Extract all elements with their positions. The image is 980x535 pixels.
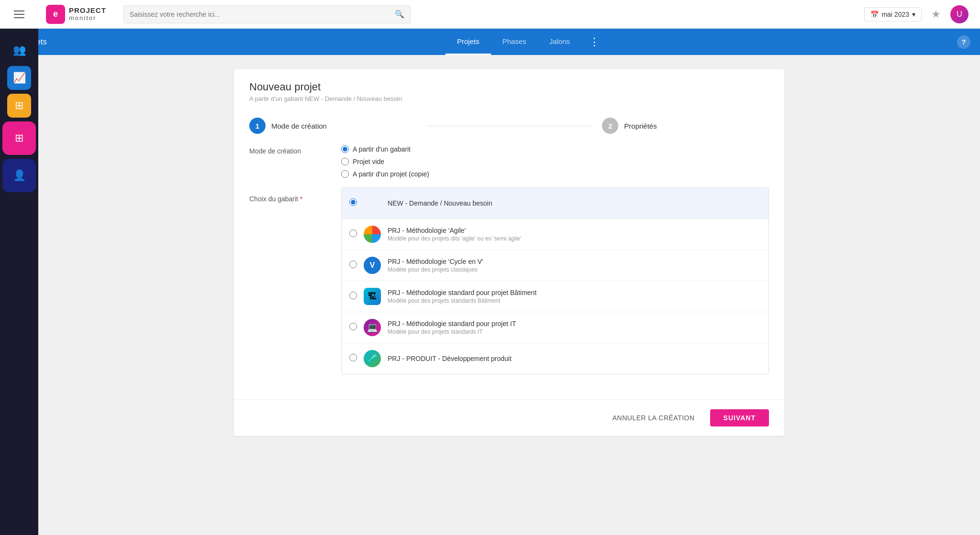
template-name-cyclev: PRJ - Méthodologie 'Cycle en V'	[388, 258, 761, 265]
page-header: ⊟ Projets Projets Phases Jalons ⋮ ?	[0, 29, 980, 55]
radio-gabarit-label: A partir d'un gabarit	[353, 145, 411, 153]
tab-jalons[interactable]: Jalons	[538, 29, 581, 55]
search-bar[interactable]: 🔍	[123, 5, 411, 23]
step-2-circle: 2	[602, 118, 618, 134]
template-name-agile: PRJ - Méthodologie 'Agile'	[388, 227, 761, 234]
date-label: mai 2023	[881, 11, 909, 18]
template-list: NEW - Demande / Nouveau besoin PRJ - Mét…	[341, 187, 769, 374]
main-content: Nouveau projet A partir d'un gabarit NEW…	[38, 55, 980, 535]
form-actions: ANNULER LA CRÉATION SUIVANT	[234, 399, 784, 436]
form-title: Nouveau projet	[249, 81, 769, 93]
template-icon-it: 💻	[364, 319, 381, 336]
tab-phases[interactable]: Phases	[491, 29, 538, 55]
help-button[interactable]: ?	[957, 35, 970, 49]
template-icon-agile	[364, 226, 381, 243]
date-selector[interactable]: 📅 mai 2023 ▾	[864, 7, 922, 22]
form-header: Nouveau projet A partir d'un gabarit NEW…	[234, 69, 784, 110]
top-right-controls: 📅 mai 2023 ▾ ★ U	[864, 5, 980, 23]
search-input[interactable]	[130, 11, 395, 18]
more-options-icon[interactable]: ⋮	[581, 36, 607, 48]
avatar-initials: U	[957, 10, 962, 19]
sidebar-item-contacts[interactable]: 👤	[2, 159, 36, 192]
radio-vide[interactable]: Projet vide	[341, 158, 769, 165]
template-icon-batiment: 🏗	[364, 288, 381, 305]
step-2: 2 Propriétés	[602, 118, 769, 134]
template-name-batiment: PRJ - Méthodologie standard pour projet …	[388, 289, 761, 296]
required-indicator: *	[300, 195, 302, 203]
template-radio-new[interactable]	[349, 198, 357, 208]
template-row: Choix du gabarit * NEW - Demande / Nouve…	[249, 187, 769, 374]
template-info-new: NEW - Demande / Nouveau besoin	[388, 199, 761, 207]
template-name-produit: PRJ - PRODUIT - Développement produit	[388, 355, 761, 362]
logo-monitor: monitor	[69, 15, 106, 22]
projects-icon: ⊞	[15, 132, 23, 144]
sidebar-item-analytics[interactable]: 📈	[7, 66, 31, 90]
sidebar-item-projects[interactable]: ⊞	[2, 121, 36, 155]
header-right: ?	[957, 35, 980, 49]
logo-area: e PROJECT monitor	[38, 5, 114, 24]
template-desc-agile: Modèle pour des projets dits 'agile' ou …	[388, 235, 761, 242]
header-tabs: Projets Phases Jalons ⋮	[96, 29, 957, 55]
grid-icon: ⊞	[15, 99, 23, 112]
radio-group: A partir d'un gabarit Projet vide A part…	[341, 145, 769, 178]
cancel-button[interactable]: ANNULER LA CRÉATION	[605, 409, 702, 426]
radio-copie-input[interactable]	[341, 170, 349, 178]
radio-vide-label: Projet vide	[353, 158, 384, 165]
hamburger-button[interactable]	[0, 0, 38, 29]
template-info-produit: PRJ - PRODUIT - Développement produit	[388, 355, 761, 362]
template-item-it[interactable]: 💻 PRJ - Méthodologie standard pour proje…	[342, 312, 768, 343]
analytics-icon: 📈	[13, 72, 26, 84]
radio-gabarit[interactable]: A partir d'un gabarit	[341, 145, 769, 153]
radio-gabarit-input[interactable]	[341, 145, 349, 153]
template-item-produit[interactable]: 🧪 PRJ - PRODUIT - Développement produit	[342, 343, 768, 374]
template-radio-it[interactable]	[349, 323, 357, 332]
search-icon[interactable]: 🔍	[395, 10, 404, 19]
template-info-agile: PRJ - Méthodologie 'Agile' Modèle pour d…	[388, 227, 761, 242]
mode-creation-row: Mode de création A partir d'un gabarit P…	[249, 145, 769, 178]
logo-text: PROJECT monitor	[69, 7, 106, 22]
template-info-batiment: PRJ - Méthodologie standard pour projet …	[388, 289, 761, 304]
calendar-icon: 📅	[870, 11, 879, 18]
template-item-batiment[interactable]: 🏗 PRJ - Méthodologie standard pour proje…	[342, 281, 768, 312]
sidebar-item-users[interactable]: 👥	[7, 38, 31, 62]
template-item-cyclev[interactable]: V PRJ - Méthodologie 'Cycle en V' Modèle…	[342, 250, 768, 281]
next-button[interactable]: SUIVANT	[710, 409, 769, 426]
favorites-star-icon[interactable]: ★	[931, 8, 941, 21]
form-container: Nouveau projet A partir d'un gabarit NEW…	[234, 69, 784, 436]
template-name-new: NEW - Demande / Nouveau besoin	[388, 199, 761, 207]
template-radio-agile[interactable]	[349, 229, 357, 239]
template-icon-new	[364, 195, 381, 212]
radio-vide-input[interactable]	[341, 158, 349, 165]
steps-bar: 1 Mode de création 2 Propriétés	[234, 110, 784, 145]
template-item-agile[interactable]: PRJ - Méthodologie 'Agile' Modèle pour d…	[342, 219, 768, 250]
tab-projets[interactable]: Projets	[445, 29, 491, 55]
template-radio-produit[interactable]	[349, 354, 357, 363]
mode-creation-label: Mode de création	[249, 145, 326, 155]
top-navigation: e PROJECT monitor 🔍 📅 mai 2023 ▾ ★ U	[0, 0, 980, 29]
step-divider	[426, 126, 593, 126]
hamburger-icon	[14, 11, 24, 18]
form-body: Mode de création A partir d'un gabarit P…	[234, 145, 784, 399]
template-item-new[interactable]: NEW - Demande / Nouveau besoin	[342, 188, 768, 219]
radio-copie[interactable]: A partir d'un projet (copie)	[341, 170, 769, 178]
template-name-it: PRJ - Méthodologie standard pour projet …	[388, 320, 761, 328]
template-desc-batiment: Modèle pour des projets standards Bâtime…	[388, 297, 761, 304]
logo-icon: e	[46, 5, 65, 24]
users-icon: 👥	[13, 44, 26, 56]
step-1: 1 Mode de création	[249, 118, 416, 134]
step-1-circle: 1	[249, 118, 266, 134]
sidebar-item-grid[interactable]: ⊞	[7, 94, 31, 118]
logo-project: PROJECT	[69, 7, 106, 15]
form-subtitle: A partir d'un gabarit NEW - Demande / No…	[249, 95, 769, 102]
step-2-label: Propriétés	[624, 122, 657, 130]
left-sidebar: 👥 📈 ⊞ ⊞ 👤	[0, 29, 38, 535]
chevron-down-icon: ▾	[912, 11, 915, 18]
step-1-label: Mode de création	[271, 122, 327, 130]
mode-creation-controls: A partir d'un gabarit Projet vide A part…	[341, 145, 769, 178]
template-radio-cyclev[interactable]	[349, 261, 357, 270]
template-info-it: PRJ - Méthodologie standard pour projet …	[388, 320, 761, 335]
template-label: Choix du gabarit *	[249, 187, 326, 203]
avatar[interactable]: U	[950, 5, 969, 23]
template-info-cyclev: PRJ - Méthodologie 'Cycle en V' Modèle p…	[388, 258, 761, 273]
template-radio-batiment[interactable]	[349, 292, 357, 301]
